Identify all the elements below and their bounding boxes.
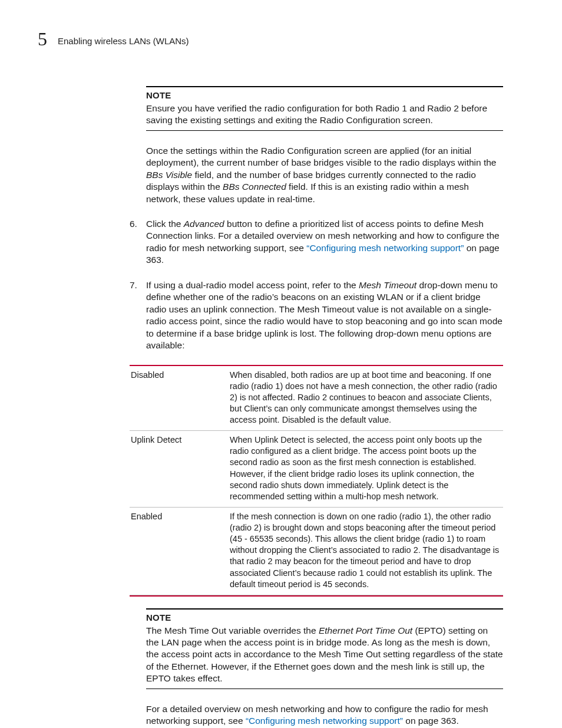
text: Once the settings within the Radio Confi… <box>146 146 497 167</box>
option-description: If the mesh connection is down on one ra… <box>230 511 502 590</box>
table-row: Enabled If the mesh connection is down o… <box>130 508 503 595</box>
chapter-number: 5 <box>38 29 47 48</box>
running-title: Enabling wireless LANs (WLANs) <box>58 35 189 47</box>
body-column: NOTE Ensure you have verified the radio … <box>146 86 503 728</box>
step-text: If using a dual-radio model access point… <box>146 279 503 352</box>
italic-epto: Ethernet Port Time Out <box>319 625 412 635</box>
note-body: Ensure you have verified the radio confi… <box>146 103 503 127</box>
note-block: NOTE The Mesh Time Out variable override… <box>146 608 503 689</box>
xref-mesh-networking[interactable]: “Configuring mesh networking support” <box>306 243 464 253</box>
paragraph-after-note: For a detailed overview on mesh networki… <box>146 703 503 727</box>
option-term: Enabled <box>131 511 230 590</box>
text: Click the <box>146 219 184 229</box>
italic-advanced: Advanced <box>184 219 224 229</box>
note-rule-bottom <box>146 130 503 131</box>
step-number: 7. <box>130 279 146 352</box>
option-description: When disabled, both radios are up at boo… <box>230 370 502 426</box>
italic-bbs-visible: BBs Visible <box>146 170 192 180</box>
text: If using a dual-radio model access point… <box>146 280 359 290</box>
option-description: When Uplink Detect is selected, the acce… <box>230 434 502 502</box>
text: The Mesh Time Out variable overrides the <box>146 625 319 635</box>
step-7: 7. If using a dual-radio model access po… <box>130 279 503 352</box>
step-number: 6. <box>130 218 146 266</box>
note-rule-bottom <box>146 689 503 689</box>
note-block: NOTE Ensure you have verified the radio … <box>146 86 503 131</box>
italic-mesh-timeout: Mesh Timeout <box>359 280 416 290</box>
text: on page 363. <box>403 716 459 726</box>
note-body: The Mesh Time Out variable overrides the… <box>146 625 503 685</box>
page: 5 Enabling wireless LANs (WLANs) NOTE En… <box>0 0 562 728</box>
text: drop-down menu to define whether one of … <box>146 280 503 350</box>
note-rule-top <box>146 608 503 610</box>
italic-bbs-connected: BBs Connected <box>223 182 286 192</box>
table-row: Uplink Detect When Uplink Detect is sele… <box>130 431 503 508</box>
running-header: 5 Enabling wireless LANs (WLANs) <box>38 29 509 48</box>
options-table: Disabled When disabled, both radios are … <box>130 365 503 597</box>
table-row: Disabled When disabled, both radios are … <box>130 366 503 431</box>
note-rule-top <box>146 86 503 87</box>
step-text: Click the Advanced button to define a pr… <box>146 218 503 266</box>
option-term: Disabled <box>131 370 230 426</box>
option-term: Uplink Detect <box>131 434 230 502</box>
step-6: 6. Click the Advanced button to define a… <box>130 218 503 266</box>
paragraph-intro: Once the settings within the Radio Confi… <box>146 145 503 205</box>
note-label: NOTE <box>146 90 503 101</box>
note-label: NOTE <box>146 612 503 624</box>
xref-mesh-networking[interactable]: “Configuring mesh networking support” <box>246 716 403 726</box>
table-rule-bottom <box>130 595 503 597</box>
